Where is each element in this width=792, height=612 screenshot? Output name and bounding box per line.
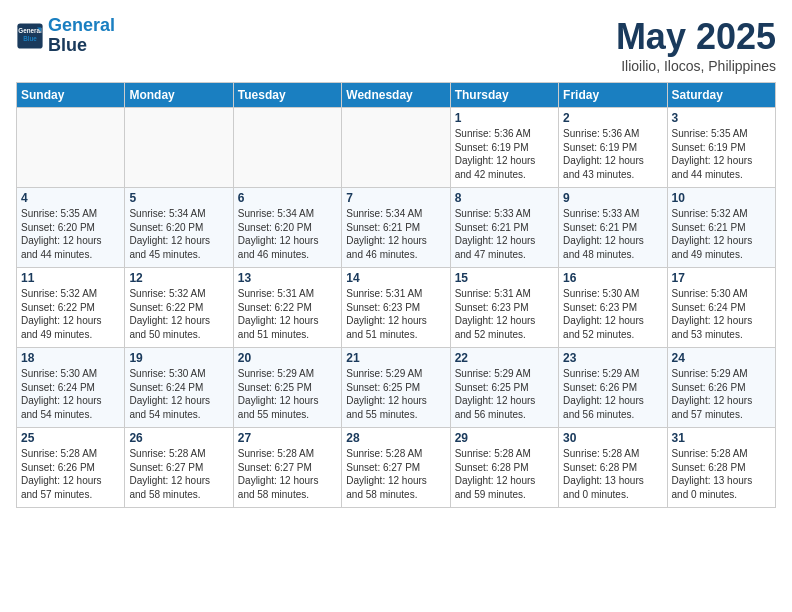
month-title: May 2025 xyxy=(616,16,776,58)
calendar-cell: 5Sunrise: 5:34 AM Sunset: 6:20 PM Daylig… xyxy=(125,188,233,268)
day-number: 17 xyxy=(672,271,771,285)
day-info: Sunrise: 5:36 AM Sunset: 6:19 PM Dayligh… xyxy=(563,127,662,181)
calendar-cell: 22Sunrise: 5:29 AM Sunset: 6:25 PM Dayli… xyxy=(450,348,558,428)
calendar-cell: 31Sunrise: 5:28 AM Sunset: 6:28 PM Dayli… xyxy=(667,428,775,508)
calendar-cell xyxy=(17,108,125,188)
day-info: Sunrise: 5:34 AM Sunset: 6:21 PM Dayligh… xyxy=(346,207,445,261)
calendar-cell: 23Sunrise: 5:29 AM Sunset: 6:26 PM Dayli… xyxy=(559,348,667,428)
weekday-header-row: SundayMondayTuesdayWednesdayThursdayFrid… xyxy=(17,83,776,108)
calendar-cell: 11Sunrise: 5:32 AM Sunset: 6:22 PM Dayli… xyxy=(17,268,125,348)
day-info: Sunrise: 5:31 AM Sunset: 6:22 PM Dayligh… xyxy=(238,287,337,341)
day-number: 22 xyxy=(455,351,554,365)
day-info: Sunrise: 5:35 AM Sunset: 6:20 PM Dayligh… xyxy=(21,207,120,261)
day-number: 28 xyxy=(346,431,445,445)
calendar-cell: 10Sunrise: 5:32 AM Sunset: 6:21 PM Dayli… xyxy=(667,188,775,268)
calendar-cell: 19Sunrise: 5:30 AM Sunset: 6:24 PM Dayli… xyxy=(125,348,233,428)
logo-text: GeneralBlue xyxy=(48,16,115,56)
day-number: 16 xyxy=(563,271,662,285)
day-number: 11 xyxy=(21,271,120,285)
calendar-cell: 3Sunrise: 5:35 AM Sunset: 6:19 PM Daylig… xyxy=(667,108,775,188)
calendar-week-row: 4Sunrise: 5:35 AM Sunset: 6:20 PM Daylig… xyxy=(17,188,776,268)
weekday-header-sunday: Sunday xyxy=(17,83,125,108)
day-info: Sunrise: 5:28 AM Sunset: 6:28 PM Dayligh… xyxy=(672,447,771,501)
location-subtitle: Ilioilio, Ilocos, Philippines xyxy=(616,58,776,74)
calendar-cell: 4Sunrise: 5:35 AM Sunset: 6:20 PM Daylig… xyxy=(17,188,125,268)
calendar-cell: 21Sunrise: 5:29 AM Sunset: 6:25 PM Dayli… xyxy=(342,348,450,428)
day-number: 1 xyxy=(455,111,554,125)
calendar-week-row: 1Sunrise: 5:36 AM Sunset: 6:19 PM Daylig… xyxy=(17,108,776,188)
day-number: 31 xyxy=(672,431,771,445)
day-number: 30 xyxy=(563,431,662,445)
svg-text:Blue: Blue xyxy=(23,35,37,42)
day-number: 10 xyxy=(672,191,771,205)
day-number: 14 xyxy=(346,271,445,285)
day-info: Sunrise: 5:31 AM Sunset: 6:23 PM Dayligh… xyxy=(455,287,554,341)
day-number: 4 xyxy=(21,191,120,205)
day-number: 2 xyxy=(563,111,662,125)
day-info: Sunrise: 5:28 AM Sunset: 6:28 PM Dayligh… xyxy=(455,447,554,501)
calendar-cell: 28Sunrise: 5:28 AM Sunset: 6:27 PM Dayli… xyxy=(342,428,450,508)
calendar-cell: 25Sunrise: 5:28 AM Sunset: 6:26 PM Dayli… xyxy=(17,428,125,508)
weekday-header-thursday: Thursday xyxy=(450,83,558,108)
calendar-cell: 18Sunrise: 5:30 AM Sunset: 6:24 PM Dayli… xyxy=(17,348,125,428)
day-number: 6 xyxy=(238,191,337,205)
day-number: 24 xyxy=(672,351,771,365)
weekday-header-tuesday: Tuesday xyxy=(233,83,341,108)
day-info: Sunrise: 5:30 AM Sunset: 6:23 PM Dayligh… xyxy=(563,287,662,341)
calendar-cell: 29Sunrise: 5:28 AM Sunset: 6:28 PM Dayli… xyxy=(450,428,558,508)
day-number: 3 xyxy=(672,111,771,125)
calendar-cell: 30Sunrise: 5:28 AM Sunset: 6:28 PM Dayli… xyxy=(559,428,667,508)
day-info: Sunrise: 5:32 AM Sunset: 6:21 PM Dayligh… xyxy=(672,207,771,261)
day-number: 8 xyxy=(455,191,554,205)
calendar-cell xyxy=(342,108,450,188)
weekday-header-saturday: Saturday xyxy=(667,83,775,108)
day-number: 7 xyxy=(346,191,445,205)
day-info: Sunrise: 5:28 AM Sunset: 6:27 PM Dayligh… xyxy=(346,447,445,501)
day-number: 29 xyxy=(455,431,554,445)
weekday-header-monday: Monday xyxy=(125,83,233,108)
calendar-table: SundayMondayTuesdayWednesdayThursdayFrid… xyxy=(16,82,776,508)
logo: General Blue GeneralBlue xyxy=(16,16,115,56)
day-info: Sunrise: 5:30 AM Sunset: 6:24 PM Dayligh… xyxy=(21,367,120,421)
calendar-cell: 16Sunrise: 5:30 AM Sunset: 6:23 PM Dayli… xyxy=(559,268,667,348)
day-number: 21 xyxy=(346,351,445,365)
calendar-cell: 15Sunrise: 5:31 AM Sunset: 6:23 PM Dayli… xyxy=(450,268,558,348)
day-info: Sunrise: 5:34 AM Sunset: 6:20 PM Dayligh… xyxy=(129,207,228,261)
day-number: 23 xyxy=(563,351,662,365)
calendar-cell: 13Sunrise: 5:31 AM Sunset: 6:22 PM Dayli… xyxy=(233,268,341,348)
logo-icon: General Blue xyxy=(16,22,44,50)
day-number: 18 xyxy=(21,351,120,365)
day-info: Sunrise: 5:29 AM Sunset: 6:25 PM Dayligh… xyxy=(455,367,554,421)
day-number: 9 xyxy=(563,191,662,205)
day-number: 19 xyxy=(129,351,228,365)
day-info: Sunrise: 5:28 AM Sunset: 6:27 PM Dayligh… xyxy=(129,447,228,501)
day-info: Sunrise: 5:32 AM Sunset: 6:22 PM Dayligh… xyxy=(129,287,228,341)
weekday-header-friday: Friday xyxy=(559,83,667,108)
calendar-cell: 2Sunrise: 5:36 AM Sunset: 6:19 PM Daylig… xyxy=(559,108,667,188)
day-info: Sunrise: 5:30 AM Sunset: 6:24 PM Dayligh… xyxy=(129,367,228,421)
calendar-cell: 7Sunrise: 5:34 AM Sunset: 6:21 PM Daylig… xyxy=(342,188,450,268)
calendar-cell xyxy=(233,108,341,188)
day-info: Sunrise: 5:33 AM Sunset: 6:21 PM Dayligh… xyxy=(455,207,554,261)
day-number: 26 xyxy=(129,431,228,445)
day-number: 5 xyxy=(129,191,228,205)
day-number: 12 xyxy=(129,271,228,285)
weekday-header-wednesday: Wednesday xyxy=(342,83,450,108)
calendar-week-row: 11Sunrise: 5:32 AM Sunset: 6:22 PM Dayli… xyxy=(17,268,776,348)
day-info: Sunrise: 5:32 AM Sunset: 6:22 PM Dayligh… xyxy=(21,287,120,341)
day-number: 13 xyxy=(238,271,337,285)
day-info: Sunrise: 5:28 AM Sunset: 6:28 PM Dayligh… xyxy=(563,447,662,501)
calendar-cell: 26Sunrise: 5:28 AM Sunset: 6:27 PM Dayli… xyxy=(125,428,233,508)
day-info: Sunrise: 5:33 AM Sunset: 6:21 PM Dayligh… xyxy=(563,207,662,261)
day-info: Sunrise: 5:28 AM Sunset: 6:26 PM Dayligh… xyxy=(21,447,120,501)
day-info: Sunrise: 5:34 AM Sunset: 6:20 PM Dayligh… xyxy=(238,207,337,261)
calendar-cell: 1Sunrise: 5:36 AM Sunset: 6:19 PM Daylig… xyxy=(450,108,558,188)
day-info: Sunrise: 5:30 AM Sunset: 6:24 PM Dayligh… xyxy=(672,287,771,341)
day-number: 15 xyxy=(455,271,554,285)
calendar-cell: 24Sunrise: 5:29 AM Sunset: 6:26 PM Dayli… xyxy=(667,348,775,428)
day-info: Sunrise: 5:29 AM Sunset: 6:26 PM Dayligh… xyxy=(672,367,771,421)
calendar-cell: 9Sunrise: 5:33 AM Sunset: 6:21 PM Daylig… xyxy=(559,188,667,268)
day-info: Sunrise: 5:35 AM Sunset: 6:19 PM Dayligh… xyxy=(672,127,771,181)
day-info: Sunrise: 5:28 AM Sunset: 6:27 PM Dayligh… xyxy=(238,447,337,501)
title-block: May 2025 Ilioilio, Ilocos, Philippines xyxy=(616,16,776,74)
